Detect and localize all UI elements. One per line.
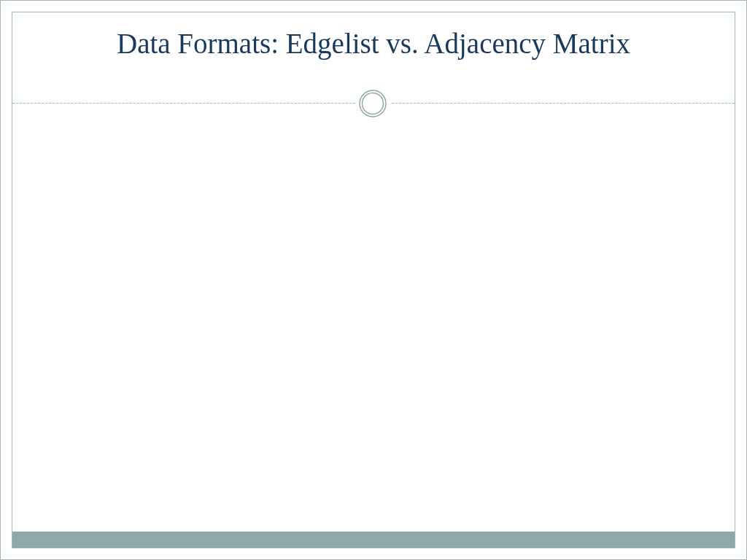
divider-line-right: [392, 103, 735, 104]
ring-ornament-icon: [358, 89, 387, 118]
footer-accent-bar: [12, 532, 735, 548]
title-divider: [12, 89, 735, 118]
slide-title: Data Formats: Edgelist vs. Adjacency Mat…: [12, 27, 735, 60]
svg-point-0: [360, 90, 386, 117]
svg-point-1: [363, 93, 384, 114]
slide-inner-frame: Data Formats: Edgelist vs. Adjacency Mat…: [12, 12, 735, 548]
slide: Data Formats: Edgelist vs. Adjacency Mat…: [0, 0, 747, 560]
divider-line-left: [12, 103, 355, 104]
